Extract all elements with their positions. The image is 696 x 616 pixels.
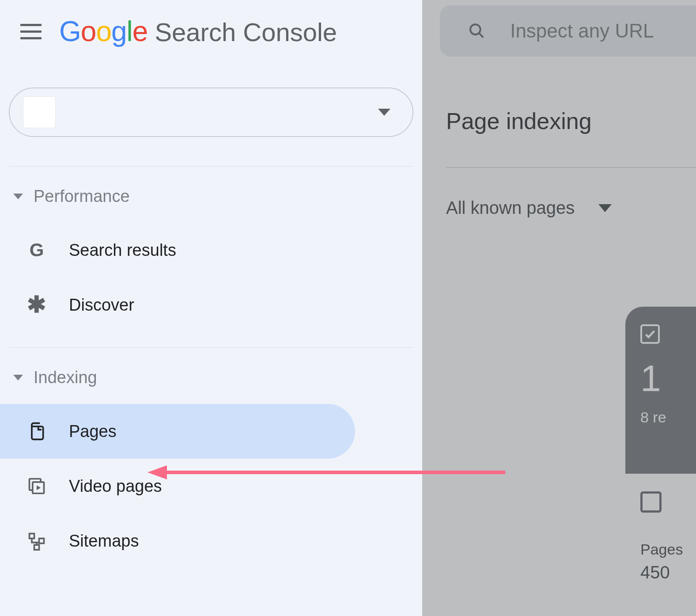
filter-all-known-pages[interactable]: All known pages xyxy=(446,198,612,218)
url-inspect-input[interactable] xyxy=(510,20,696,42)
video-pages-icon xyxy=(26,476,48,496)
property-thumbnail xyxy=(23,96,56,128)
section-header-performance[interactable]: Performance xyxy=(0,167,422,206)
filter-label: All known pages xyxy=(446,198,575,218)
hamburger-menu-icon[interactable] xyxy=(20,24,42,39)
sidebar-item-label: Search results xyxy=(69,241,176,260)
sidebar-item-search-results[interactable]: G Search results xyxy=(0,223,355,278)
section-label: Performance xyxy=(34,187,130,206)
asterisk-icon: ✱ xyxy=(26,298,48,312)
divider xyxy=(446,167,696,168)
card-subtext: 8 re xyxy=(640,409,696,426)
svg-rect-4 xyxy=(34,545,39,550)
property-selector[interactable] xyxy=(9,87,413,137)
sidebar-item-label: Video pages xyxy=(69,477,162,496)
page-title: Page indexing xyxy=(446,108,592,134)
svg-point-7 xyxy=(470,24,480,34)
chevron-down-icon xyxy=(598,204,612,212)
svg-rect-3 xyxy=(39,539,44,544)
section-label: Indexing xyxy=(34,368,97,387)
sidebar: Google Search Console Performance G Sear… xyxy=(0,0,422,616)
card-label: Pages xyxy=(640,541,696,558)
sidebar-item-label: Pages xyxy=(69,422,117,441)
sidebar-item-video-pages[interactable]: Video pages xyxy=(0,459,355,513)
search-icon xyxy=(468,20,485,42)
google-g-icon: G xyxy=(26,240,48,261)
sitemap-icon xyxy=(26,531,48,551)
card-value: 1 xyxy=(640,357,696,400)
sidebar-header: Google Search Console xyxy=(0,0,422,48)
summary-card-pages[interactable]: Pages 450 xyxy=(625,474,696,582)
section-header-indexing[interactable]: Indexing xyxy=(0,348,422,387)
sidebar-item-label: Sitemaps xyxy=(69,532,139,551)
svg-line-8 xyxy=(479,33,483,38)
sidebar-item-pages[interactable]: Pages xyxy=(0,404,355,459)
chevron-down-icon xyxy=(13,194,23,199)
pages-icon xyxy=(26,422,48,441)
checkbox-unchecked-icon xyxy=(640,491,662,513)
svg-rect-2 xyxy=(30,534,34,539)
summary-card-not-indexed[interactable]: 1 8 re xyxy=(625,307,696,474)
sidebar-item-discover[interactable]: ✱ Discover xyxy=(0,278,355,332)
checkbox-checked-icon xyxy=(640,324,660,344)
card-value: 450 xyxy=(640,563,696,582)
google-wordmark: Google xyxy=(59,15,148,48)
chevron-down-icon xyxy=(13,375,23,380)
chevron-down-icon xyxy=(378,109,390,116)
sidebar-item-sitemaps[interactable]: Sitemaps xyxy=(0,513,355,568)
url-inspect-search[interactable] xyxy=(440,5,696,57)
main-content: Page indexing All known pages 1 8 re Pag… xyxy=(422,0,696,616)
app-logo[interactable]: Google Search Console xyxy=(59,15,337,48)
product-name: Search Console xyxy=(155,17,337,47)
sidebar-item-label: Discover xyxy=(69,296,134,315)
